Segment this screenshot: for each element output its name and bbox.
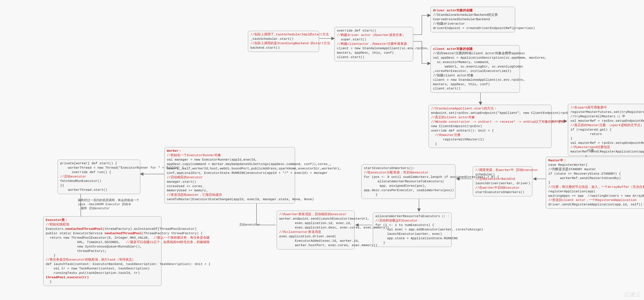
node-master: Master中：case RegisterWorker{//判断是否是STAND…	[546, 157, 644, 209]
node-override-start: override def start()//构建driver actor（向wo…	[334, 27, 413, 61]
node-launch-executor-msg: //向worker类发消息，启动相应的executorworker.endpoi…	[277, 211, 354, 249]
edge-label-start-executor: 启动executor	[239, 223, 260, 227]
node-backend-start: //实际上调用了_taskSchedulerImpl的start方法_taskS…	[248, 31, 319, 52]
node-start-executors-on-workers: startExecutorsOnWorkers()://给executor分配资…	[361, 164, 456, 199]
node-worker: Worker：//初始化一个ExecutorRunner对象val manage…	[164, 147, 295, 203]
node-standalone-appclient-start: //StandaloneAppClient.start的方法：endpoint.…	[428, 105, 552, 148]
edge-label-final-java-cmd: 最终经过一系列的底层调用，将会拼接成一个 java -Xms1000M Exec…	[78, 198, 139, 210]
diagram-canvas: { "nodes": { "n1": { "lines": [ {"t":"//…	[0, 0, 644, 300]
node-schedule: //调度资源，在worker中 启动Executorschedule()//启动…	[473, 166, 532, 196]
watermark: 亿速云	[624, 291, 640, 298]
node-worker-thread-start: private[worker] def start() { workerThre…	[58, 160, 140, 194]
node-driver-actor-create: driver actor对象的创建//StandaloneSchedulerBa…	[430, 7, 515, 32]
node-executor-class: Executor类：//初始化线程池Executors.newCachedThr…	[43, 216, 162, 286]
node-client-actor-create: client actor对象的创建//在向master注册的时候client a…	[430, 45, 520, 93]
node-allocate-worker-resource: allocateWorkerResourceToExecutors（）：//启动…	[373, 212, 452, 247]
node-spark-ha-cluster: //在spark高可用集群中registerMasterFutures.set(…	[568, 104, 644, 156]
edge-label-register: 注册	[588, 148, 594, 152]
